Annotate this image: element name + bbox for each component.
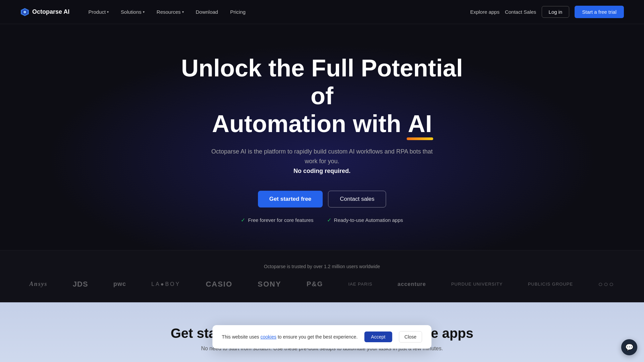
hero-ai-word: AI (408, 110, 432, 138)
logo-pwc: pwc (113, 281, 126, 288)
logo-accenture: accenture (397, 281, 426, 287)
logo-publicis: PUBLICIS GROUPE (528, 282, 573, 287)
logo-icon (20, 7, 30, 17)
check-icon-1: ✓ (241, 217, 245, 223)
hero-buttons: Get started free Contact sales (258, 191, 386, 207)
chevron-down-icon: ▾ (182, 10, 184, 14)
logo-ansys: Ansys (30, 281, 48, 288)
nav-links: Product ▾ Solutions ▾ Resources ▾ Downlo… (83, 6, 251, 17)
chat-widget[interactable]: 💬 (621, 339, 637, 355)
nav-resources[interactable]: Resources ▾ (151, 6, 189, 17)
accept-cookie-button[interactable]: Accept (364, 331, 392, 342)
hero-headline: Unlock the Full Potential of Automation … (171, 54, 473, 137)
cookie-link[interactable]: cookies (261, 334, 276, 340)
hero-feature-checks: ✓ Free forever for core features ✓ Ready… (241, 217, 403, 223)
check-icon-2: ✓ (327, 217, 331, 223)
nav-pricing[interactable]: Pricing (225, 6, 251, 17)
nav-solutions[interactable]: Solutions ▾ (115, 6, 150, 17)
hero-check-2: ✓ Ready-to-use Automation apps (327, 217, 403, 223)
cookie-text: This website uses cookies to ensure you … (222, 334, 358, 340)
logo-iae-paris: IAE PARIS (348, 282, 373, 287)
get-started-button[interactable]: Get started free (258, 191, 323, 207)
nav-left: Octoparse AI Product ▾ Solutions ▾ Resou… (20, 6, 251, 17)
navbar: Octoparse AI Product ▾ Solutions ▾ Resou… (0, 0, 644, 24)
explore-apps-link[interactable]: Explore apps (470, 9, 500, 15)
nav-product[interactable]: Product ▾ (83, 6, 114, 17)
nav-download[interactable]: Download (191, 6, 224, 17)
hero-section: Unlock the Full Potential of Automation … (0, 24, 644, 250)
hero-check-1: ✓ Free forever for core features (241, 217, 313, 223)
chevron-down-icon: ▾ (143, 10, 145, 14)
chevron-down-icon: ▾ (107, 10, 109, 14)
cookie-banner: This website uses cookies to ensure you … (212, 325, 431, 349)
trusted-section: Octoparse is trusted by over 1.2 million… (0, 250, 644, 302)
hero-subtext: Octoparse AI is the platform to rapidly … (208, 147, 436, 176)
close-cookie-button[interactable]: Close (399, 331, 422, 343)
contact-sales-button[interactable]: Contact sales (328, 191, 386, 207)
svg-point-2 (23, 11, 26, 13)
trusted-text: Octoparse is trusted by over 1.2 million… (20, 264, 624, 269)
nav-right: Explore apps Contact Sales Log in Start … (470, 6, 624, 18)
chat-icon: 💬 (625, 343, 634, 351)
logo-jds: JDS (73, 280, 88, 289)
login-button[interactable]: Log in (542, 6, 570, 18)
start-trial-button[interactable]: Start a free trial (575, 6, 624, 18)
logo-laboy: LA●BOY (151, 281, 180, 287)
logo-casio: CASIO (206, 280, 232, 289)
contact-sales-link[interactable]: Contact Sales (505, 9, 536, 15)
logo-sony: SONY (258, 280, 281, 289)
logo-pg: P&G (307, 280, 323, 288)
logo-audi: ○○○ (598, 280, 614, 289)
logo-purdue: PURDUE UNIVERSITY (451, 282, 503, 287)
logo[interactable]: Octoparse AI (20, 7, 69, 17)
trusted-logos: Ansys JDS pwc LA●BOY CASIO SONY P&G IAE … (20, 280, 624, 289)
logo-text: Octoparse AI (32, 8, 69, 15)
